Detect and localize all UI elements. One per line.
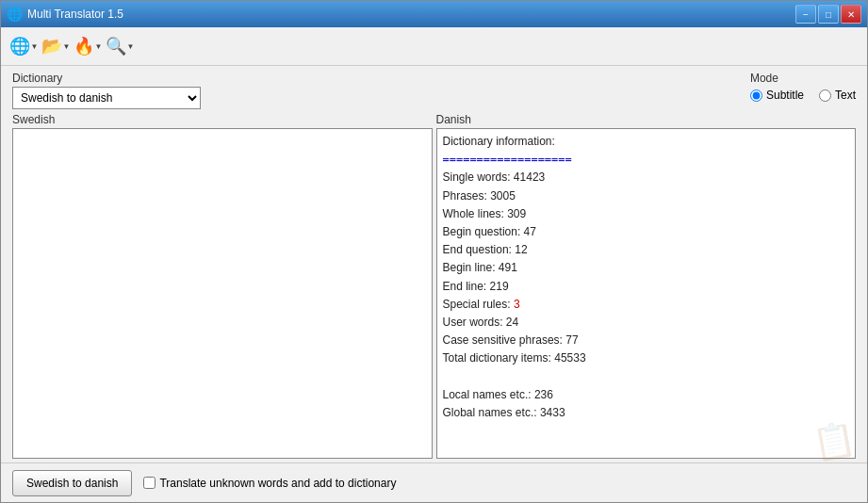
toolbar-btn-globe[interactable]: 🌐 ▼ xyxy=(8,31,39,61)
mode-subtitle-radio[interactable]: Subtitle xyxy=(750,89,804,102)
toolbar-btn-folder[interactable]: 📂 ▼ xyxy=(41,31,71,61)
unknown-words-label: Translate unknown words and add to dicti… xyxy=(159,477,396,490)
main-window: 🌐 Multi Translator 1.5 − □ ✕ 🌐 ▼ 📂 ▼ 🔥 ▼… xyxy=(0,0,868,503)
app-icon: 🌐 xyxy=(7,7,22,22)
swedish-input[interactable] xyxy=(12,128,433,459)
special-rules-value: 3 xyxy=(514,298,520,311)
dict-line-11: Total dictionary items: 45533 xyxy=(443,349,850,367)
dict-line-1: Single words: 41423 xyxy=(443,169,850,187)
dropdown-arrow-1: ▼ xyxy=(31,42,39,51)
dict-line-10: Case sensitive phrases: 77 xyxy=(443,332,850,349)
title-bar: 🌐 Multi Translator 1.5 − □ ✕ xyxy=(1,1,867,27)
dict-info-title: Dictionary information: xyxy=(443,133,850,151)
left-panel: Swedish xyxy=(12,113,433,459)
bottom-bar: Swedish to danish Translate unknown word… xyxy=(1,462,867,502)
maximize-button[interactable]: □ xyxy=(818,5,839,24)
dict-line-7: End line: 219 xyxy=(443,278,850,296)
unknown-words-checkbox-label[interactable]: Translate unknown words and add to dicti… xyxy=(143,477,396,490)
dict-line-9: User words: 24 xyxy=(443,314,850,332)
right-panel: Danish Dictionary information: =========… xyxy=(436,113,857,459)
dict-line-13: Global names etc.: 3433 xyxy=(443,404,850,422)
dropdown-arrow-4: ▼ xyxy=(127,42,135,51)
unknown-words-checkbox[interactable] xyxy=(143,477,156,489)
mode-section: Mode Subtitle Text xyxy=(750,72,856,102)
toolbar: 🌐 ▼ 📂 ▼ 🔥 ▼ 🔍 ▼ xyxy=(1,27,867,66)
text-radio-label: Text xyxy=(835,89,856,102)
close-button[interactable]: ✕ xyxy=(841,5,861,24)
mode-radios: Subtitle Text xyxy=(750,89,856,102)
subtitle-radio-label: Subtitle xyxy=(766,89,804,102)
mode-label: Mode xyxy=(750,72,778,85)
dict-info-panel: Dictionary information: ================… xyxy=(436,128,857,459)
dict-separator: =================== xyxy=(443,151,850,169)
toolbar-btn-search[interactable]: 🔍 ▼ xyxy=(105,31,135,61)
dict-line-5: End question: 12 xyxy=(443,241,850,259)
dictionary-label: Dictionary xyxy=(12,72,201,85)
dict-line-6: Begin line: 491 xyxy=(443,259,850,277)
content-area: Dictionary Swedish to danish Mode Subtit… xyxy=(1,66,867,502)
globe-icon: 🌐 xyxy=(9,36,30,57)
dict-line-8: Special rules: 3 xyxy=(443,296,850,314)
dict-line-2: Phrases: 3005 xyxy=(443,187,850,205)
translate-button[interactable]: Swedish to danish xyxy=(12,470,132,496)
toolbar-btn-fire[interactable]: 🔥 ▼ xyxy=(73,31,103,61)
left-panel-label: Swedish xyxy=(12,113,433,126)
dictionary-select[interactable]: Swedish to danish xyxy=(12,87,201,109)
top-controls: Dictionary Swedish to danish Mode Subtit… xyxy=(1,66,867,113)
dropdown-arrow-3: ▼ xyxy=(95,42,103,51)
mode-text-radio[interactable]: Text xyxy=(819,89,856,102)
search-icon: 🔍 xyxy=(106,36,126,57)
fire-icon: 🔥 xyxy=(74,36,94,57)
dict-line-3: Whole lines: 309 xyxy=(443,205,850,223)
window-controls: − □ ✕ xyxy=(795,5,861,24)
panels: Swedish Danish Dictionary information: =… xyxy=(1,113,867,459)
subtitle-radio-input[interactable] xyxy=(750,89,762,102)
dictionary-section: Dictionary Swedish to danish xyxy=(12,72,201,109)
minimize-button[interactable]: − xyxy=(795,5,816,24)
folder-icon: 📂 xyxy=(41,36,62,57)
dropdown-arrow-2: ▼ xyxy=(63,42,71,51)
text-radio-input[interactable] xyxy=(819,89,831,102)
dict-line-12: Local names etc.: 236 xyxy=(443,386,850,404)
window-title: Multi Translator 1.5 xyxy=(27,8,795,21)
right-panel-label: Danish xyxy=(436,113,857,126)
dict-line-4: Begin question: 47 xyxy=(443,223,850,241)
